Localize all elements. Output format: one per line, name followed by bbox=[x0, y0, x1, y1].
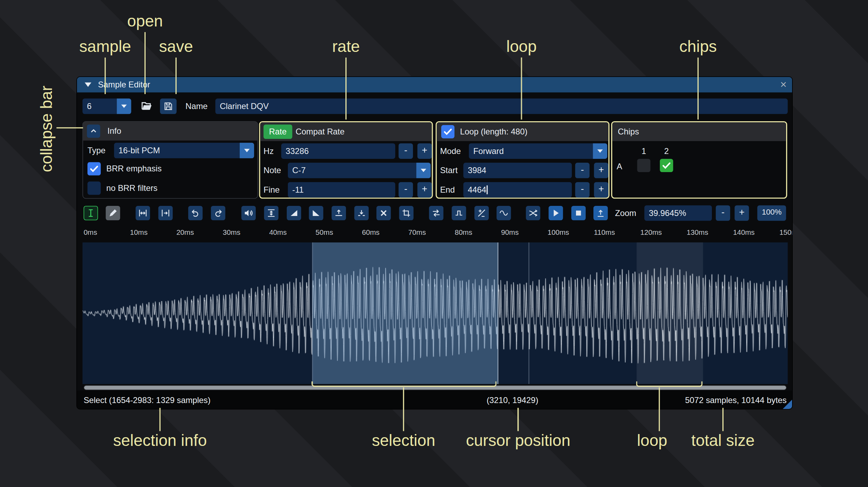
sample-type-select[interactable]: 16-bit PCM bbox=[114, 143, 254, 158]
loop-start-increment-button[interactable]: + bbox=[594, 163, 608, 178]
filter-wave-icon bbox=[499, 208, 509, 218]
sample-type-value: 16-bit PCM bbox=[114, 143, 240, 158]
waveform-view[interactable] bbox=[83, 242, 788, 384]
loop-mode-select[interactable]: Forward bbox=[469, 143, 607, 159]
delete-button[interactable] bbox=[376, 206, 391, 220]
crossfade-loop-button[interactable] bbox=[526, 206, 540, 220]
fine-increment-button[interactable]: + bbox=[417, 182, 432, 198]
timeline-label: 150ms bbox=[779, 228, 792, 237]
filter-button[interactable] bbox=[497, 206, 511, 220]
timeline-label: 50ms bbox=[316, 228, 333, 237]
fade-in-button[interactable] bbox=[287, 206, 301, 220]
hz-input[interactable]: 33286 bbox=[281, 143, 395, 159]
fade-out-icon bbox=[311, 208, 321, 218]
insert-silence-button[interactable] bbox=[332, 206, 346, 220]
undo-button[interactable] bbox=[188, 206, 202, 220]
rate-section: Rate Compat Rate Hz 33286 - + Note C-7 F… bbox=[259, 121, 433, 199]
loop-region[interactable] bbox=[636, 242, 703, 384]
loop-start-label: Start bbox=[440, 163, 458, 178]
timeline-label: 130ms bbox=[687, 228, 708, 237]
zoom-out-button[interactable]: - bbox=[716, 205, 730, 221]
brr-emphasis-checkbox[interactable] bbox=[87, 162, 101, 175]
annotation-line-loop-top bbox=[521, 57, 522, 119]
loop-end-value: 4464 bbox=[468, 185, 486, 194]
selection-region[interactable] bbox=[313, 242, 498, 384]
timeline-label: 20ms bbox=[176, 228, 194, 237]
chip-1-checkbox[interactable] bbox=[637, 159, 651, 172]
sample-name-input[interactable]: Clarinet DQV bbox=[215, 99, 788, 114]
rate-toggle-button[interactable]: Rate bbox=[263, 124, 292, 139]
fine-input[interactable]: -11 bbox=[288, 182, 395, 198]
annotation-chips: chips bbox=[679, 38, 717, 56]
annotation-line-rate bbox=[345, 57, 346, 119]
brr-emphasis-label: BRR emphasis bbox=[106, 161, 162, 176]
trim-button[interactable] bbox=[399, 206, 413, 220]
timeline-label: 40ms bbox=[269, 228, 287, 237]
amplify-button[interactable] bbox=[241, 206, 256, 220]
create-wavetable-button[interactable] bbox=[593, 206, 608, 220]
annotation-line-collapse-bar bbox=[56, 127, 83, 128]
reverse-arrows-icon bbox=[431, 208, 441, 218]
preview-button[interactable] bbox=[548, 206, 563, 220]
normalize-button[interactable] bbox=[264, 206, 278, 220]
annotation-selection-bracket bbox=[312, 381, 497, 387]
status-bar: Select (1654-2983: 1329 samples) (3210, … bbox=[77, 391, 792, 410]
titlebar[interactable]: Sample Editor × bbox=[77, 77, 792, 92]
total-size-text: 5072 samples, 10144 bytes bbox=[685, 393, 786, 407]
zoom-reset-button[interactable]: 100% bbox=[757, 205, 786, 221]
normalize-icon bbox=[266, 208, 276, 218]
loop-start-input[interactable]: 3984 bbox=[463, 163, 572, 178]
close-icon[interactable]: × bbox=[780, 77, 787, 91]
chevron-down-icon[interactable] bbox=[240, 143, 254, 158]
chips-column-1: 1 bbox=[637, 143, 651, 159]
loop-checkbox[interactable] bbox=[441, 125, 454, 138]
timeline-label: 90ms bbox=[501, 228, 519, 237]
no-brr-filters-checkbox[interactable] bbox=[87, 181, 101, 195]
fade-out-button[interactable] bbox=[309, 206, 323, 220]
resize-icon bbox=[138, 208, 148, 218]
invert-button[interactable] bbox=[452, 206, 466, 220]
save-button[interactable] bbox=[160, 99, 177, 114]
cursor-position-text: (3210, 19429) bbox=[486, 393, 538, 407]
sample-number-select[interactable]: 6 bbox=[83, 99, 131, 114]
zoom-in-button[interactable]: + bbox=[735, 205, 749, 221]
stop-preview-button[interactable] bbox=[571, 206, 585, 220]
loop-end-increment-button[interactable]: + bbox=[594, 182, 608, 198]
zoom-input[interactable]: 39.9645% bbox=[644, 205, 712, 221]
resize-grip[interactable] bbox=[783, 400, 792, 409]
loop-end-decrement-button[interactable]: - bbox=[575, 182, 590, 198]
apply-silence-button[interactable] bbox=[354, 206, 369, 220]
chip-2-checkbox[interactable] bbox=[660, 159, 673, 172]
window-collapse-icon[interactable] bbox=[85, 83, 91, 87]
redo-icon bbox=[213, 208, 223, 218]
loop-end-input[interactable]: 4464 bbox=[463, 182, 572, 198]
hz-decrement-button[interactable]: - bbox=[399, 143, 413, 159]
sign-flip-button[interactable] bbox=[474, 206, 489, 220]
hz-increment-button[interactable]: + bbox=[417, 143, 432, 159]
mode-label: Mode bbox=[440, 143, 461, 159]
note-label: Note bbox=[263, 163, 281, 178]
draw-tool-button[interactable] bbox=[106, 206, 120, 220]
chevron-down-icon[interactable] bbox=[593, 143, 607, 159]
redo-button[interactable] bbox=[211, 206, 225, 220]
select-tool-button[interactable] bbox=[84, 206, 98, 220]
resize-button[interactable] bbox=[136, 206, 150, 220]
annotation-line-open bbox=[145, 32, 146, 94]
window-title: Sample Editor bbox=[98, 77, 150, 92]
annotation-line-cursor-position bbox=[517, 408, 519, 431]
timeline-label: 30ms bbox=[223, 228, 240, 237]
desktop-background: Sample Editor × 6 Name Clarinet DQV Info… bbox=[0, 0, 868, 487]
reverse-button[interactable] bbox=[429, 206, 443, 220]
fine-label: Fine bbox=[263, 182, 279, 198]
chevron-down-icon[interactable] bbox=[416, 163, 431, 178]
chevron-down-icon[interactable] bbox=[117, 99, 131, 114]
collapse-bar-button[interactable] bbox=[87, 124, 100, 138]
annotation-rate: rate bbox=[332, 38, 360, 56]
loop-start-decrement-button[interactable]: - bbox=[575, 163, 590, 178]
fine-decrement-button[interactable]: - bbox=[399, 182, 413, 198]
open-button[interactable] bbox=[138, 99, 156, 114]
note-select[interactable]: C-7 bbox=[288, 163, 431, 178]
resample-button[interactable] bbox=[158, 206, 172, 220]
check-icon bbox=[442, 126, 453, 137]
timeline-label: 60ms bbox=[362, 228, 380, 237]
